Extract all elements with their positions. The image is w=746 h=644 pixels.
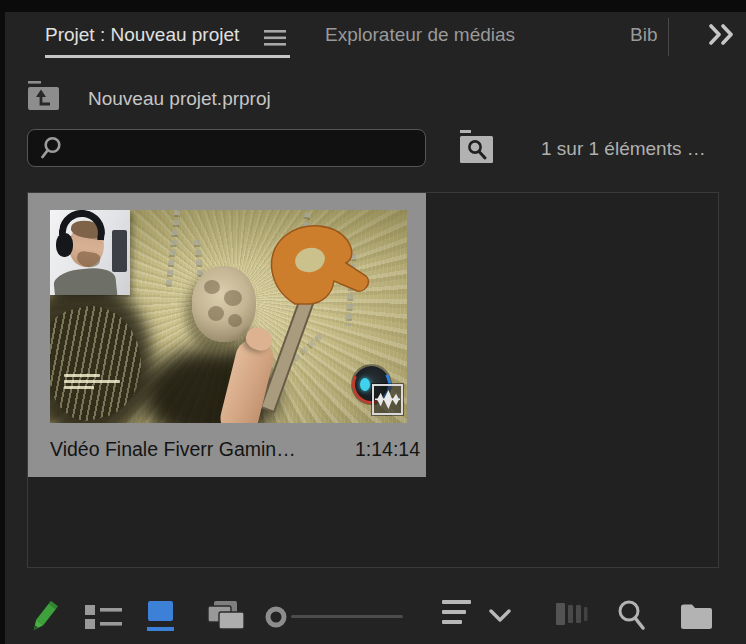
zoom-slider-thumb[interactable]: [264, 605, 288, 629]
tab-projet[interactable]: Projet : Nouveau projet: [45, 24, 239, 46]
media-item-tile[interactable]: Vidéo Finale Fiverr Gamin… 1:14:14: [28, 193, 426, 477]
tab-separator: [668, 18, 669, 56]
media-item-duration: 1:14:14: [355, 438, 420, 461]
sort-lines-icon[interactable]: [442, 600, 472, 626]
search-icon: [40, 136, 62, 160]
zoom-slider-track[interactable]: [291, 615, 403, 618]
project-panel: Projet : Nouveau projet Explorateur de m…: [0, 0, 746, 644]
new-bin-icon[interactable]: [681, 602, 714, 629]
frame-edge-left: [0, 12, 5, 644]
project-file-label: Nouveau projet.prproj: [88, 88, 271, 110]
media-item-name[interactable]: Vidéo Finale Fiverr Gamin…: [50, 438, 296, 461]
pencil-icon[interactable]: [28, 599, 60, 635]
items-count-label: 1 sur 1 éléments …: [541, 138, 706, 160]
webcam-shirt: [53, 266, 118, 295]
freeform-view-icon[interactable]: [203, 601, 247, 632]
game-hud-text: [64, 374, 120, 392]
panel-menu-icon[interactable]: [264, 30, 287, 47]
search-bin-icon[interactable]: [458, 130, 495, 164]
tab-bibliotheques[interactable]: Bib: [630, 24, 657, 46]
search-input[interactable]: [72, 137, 402, 159]
tab-explorateur-medias[interactable]: Explorateur de médias: [325, 24, 515, 46]
search-box[interactable]: [27, 129, 426, 167]
audio-waveform-badge[interactable]: [372, 384, 403, 415]
chevron-down-icon[interactable]: [489, 609, 511, 623]
folder-up-icon[interactable]: [26, 81, 60, 111]
webcam-overlay: [50, 210, 130, 295]
list-view-icon[interactable]: [85, 603, 122, 631]
panel-overflow-icon[interactable]: [708, 24, 738, 45]
automate-to-sequence-icon[interactable]: [556, 602, 590, 628]
media-thumbnail: [50, 210, 407, 423]
frame-edge-top: [0, 0, 746, 12]
active-tab-underline: [45, 55, 290, 58]
waveform-icon: [375, 387, 400, 412]
icon-view-icon[interactable]: [147, 601, 175, 635]
find-icon[interactable]: [616, 599, 648, 633]
